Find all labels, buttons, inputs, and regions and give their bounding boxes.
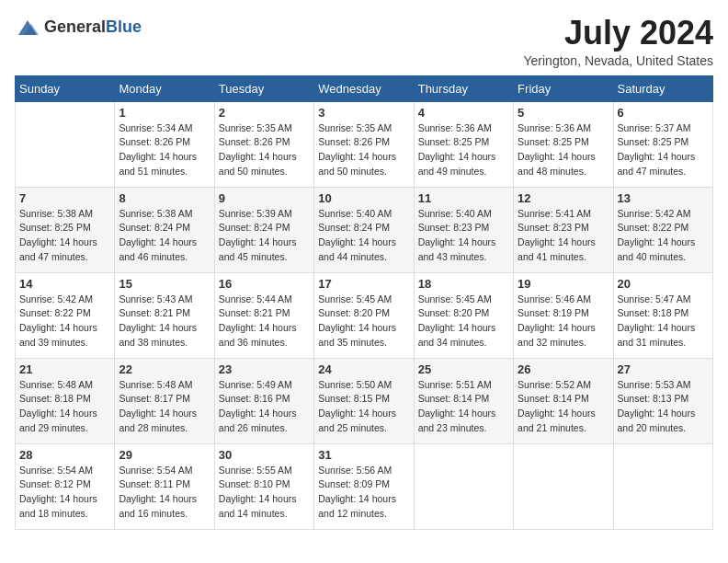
header-day-saturday: Saturday — [613, 75, 712, 101]
day-info: Sunrise: 5:52 AMSunset: 8:14 PMDaylight:… — [518, 378, 609, 436]
day-number: 29 — [119, 448, 210, 462]
day-info: Sunrise: 5:38 AMSunset: 8:24 PMDaylight:… — [119, 207, 210, 265]
header-day-tuesday: Tuesday — [214, 75, 313, 101]
day-info: Sunrise: 5:35 AMSunset: 8:26 PMDaylight:… — [318, 121, 409, 179]
day-number: 8 — [119, 191, 210, 205]
calendar-cell: 25Sunrise: 5:51 AMSunset: 8:14 PMDayligh… — [414, 358, 513, 443]
calendar-cell: 30Sunrise: 5:55 AMSunset: 8:10 PMDayligh… — [214, 443, 313, 529]
calendar-cell: 10Sunrise: 5:40 AMSunset: 8:24 PMDayligh… — [314, 187, 414, 272]
day-number: 31 — [318, 448, 409, 462]
header-day-thursday: Thursday — [414, 75, 513, 101]
calendar-cell: 11Sunrise: 5:40 AMSunset: 8:23 PMDayligh… — [414, 187, 513, 272]
day-info: Sunrise: 5:47 AMSunset: 8:18 PMDaylight:… — [618, 293, 709, 350]
day-info: Sunrise: 5:35 AMSunset: 8:26 PMDaylight:… — [219, 121, 310, 179]
calendar-week-row: 14Sunrise: 5:42 AMSunset: 8:22 PMDayligh… — [16, 272, 713, 358]
calendar-cell: 17Sunrise: 5:45 AMSunset: 8:20 PMDayligh… — [314, 272, 414, 358]
day-number: 19 — [518, 277, 609, 291]
calendar-cell: 4Sunrise: 5:36 AMSunset: 8:25 PMDaylight… — [414, 101, 513, 187]
day-info: Sunrise: 5:40 AMSunset: 8:23 PMDaylight:… — [418, 207, 509, 265]
day-info: Sunrise: 5:46 AMSunset: 8:19 PMDaylight:… — [518, 293, 609, 350]
day-info: Sunrise: 5:45 AMSunset: 8:20 PMDaylight:… — [418, 293, 509, 350]
day-info: Sunrise: 5:40 AMSunset: 8:24 PMDaylight:… — [318, 207, 409, 265]
day-number: 25 — [418, 362, 509, 376]
month-year-title: July 2024 — [523, 15, 713, 52]
logo-icon — [15, 15, 40, 40]
calendar-cell: 7Sunrise: 5:38 AMSunset: 8:25 PMDaylight… — [16, 187, 115, 272]
logo-lockup: GeneralBlue — [15, 15, 142, 40]
day-number: 30 — [219, 448, 310, 462]
calendar-week-row: 1Sunrise: 5:34 AMSunset: 8:26 PMDaylight… — [16, 101, 713, 187]
calendar-cell: 8Sunrise: 5:38 AMSunset: 8:24 PMDaylight… — [115, 187, 214, 272]
day-info: Sunrise: 5:51 AMSunset: 8:14 PMDaylight:… — [418, 378, 509, 436]
calendar-cell: 13Sunrise: 5:42 AMSunset: 8:22 PMDayligh… — [613, 187, 712, 272]
day-number: 22 — [119, 362, 210, 376]
calendar-cell: 23Sunrise: 5:49 AMSunset: 8:16 PMDayligh… — [214, 358, 313, 443]
calendar-cell: 22Sunrise: 5:48 AMSunset: 8:17 PMDayligh… — [115, 358, 214, 443]
day-number: 18 — [418, 277, 509, 291]
calendar-cell: 31Sunrise: 5:56 AMSunset: 8:09 PMDayligh… — [314, 443, 414, 529]
header-day-sunday: Sunday — [16, 75, 115, 101]
day-number: 5 — [518, 106, 609, 120]
day-number: 24 — [318, 362, 409, 376]
calendar-cell: 20Sunrise: 5:47 AMSunset: 8:18 PMDayligh… — [613, 272, 712, 358]
day-number: 4 — [418, 106, 509, 120]
day-info: Sunrise: 5:39 AMSunset: 8:24 PMDaylight:… — [219, 207, 310, 265]
calendar-cell: 19Sunrise: 5:46 AMSunset: 8:19 PMDayligh… — [514, 272, 613, 358]
day-info: Sunrise: 5:56 AMSunset: 8:09 PMDaylight:… — [318, 464, 409, 522]
header-day-friday: Friday — [514, 75, 613, 101]
day-number: 11 — [418, 191, 509, 205]
day-info: Sunrise: 5:36 AMSunset: 8:25 PMDaylight:… — [418, 121, 509, 179]
day-number: 7 — [19, 191, 110, 205]
day-number: 6 — [618, 106, 709, 120]
calendar-week-row: 7Sunrise: 5:38 AMSunset: 8:25 PMDaylight… — [16, 187, 713, 272]
day-info: Sunrise: 5:48 AMSunset: 8:18 PMDaylight:… — [19, 378, 110, 436]
calendar-cell: 21Sunrise: 5:48 AMSunset: 8:18 PMDayligh… — [16, 358, 115, 443]
day-info: Sunrise: 5:49 AMSunset: 8:16 PMDaylight:… — [219, 378, 310, 436]
day-info: Sunrise: 5:42 AMSunset: 8:22 PMDaylight:… — [19, 293, 110, 350]
day-number: 14 — [19, 277, 110, 291]
calendar-cell: 29Sunrise: 5:54 AMSunset: 8:11 PMDayligh… — [115, 443, 214, 529]
calendar-cell — [514, 443, 613, 529]
day-info: Sunrise: 5:36 AMSunset: 8:25 PMDaylight:… — [518, 121, 609, 179]
calendar-cell: 26Sunrise: 5:52 AMSunset: 8:14 PMDayligh… — [514, 358, 613, 443]
header-day-monday: Monday — [115, 75, 214, 101]
day-number: 17 — [318, 277, 409, 291]
day-info: Sunrise: 5:42 AMSunset: 8:22 PMDaylight:… — [618, 207, 709, 265]
day-info: Sunrise: 5:34 AMSunset: 8:26 PMDaylight:… — [119, 121, 210, 179]
header: GeneralBlue July 2024 Yerington, Nevada,… — [15, 15, 713, 68]
day-info: Sunrise: 5:55 AMSunset: 8:10 PMDaylight:… — [219, 464, 310, 522]
calendar-cell: 5Sunrise: 5:36 AMSunset: 8:25 PMDaylight… — [514, 101, 613, 187]
calendar-cell: 27Sunrise: 5:53 AMSunset: 8:13 PMDayligh… — [613, 358, 712, 443]
day-info: Sunrise: 5:53 AMSunset: 8:13 PMDaylight:… — [618, 378, 709, 436]
day-info: Sunrise: 5:44 AMSunset: 8:21 PMDaylight:… — [219, 293, 310, 350]
logo: GeneralBlue — [15, 15, 142, 40]
day-info: Sunrise: 5:37 AMSunset: 8:25 PMDaylight:… — [618, 121, 709, 179]
calendar-header-row: SundayMondayTuesdayWednesdayThursdayFrid… — [16, 75, 713, 101]
calendar-cell: 2Sunrise: 5:35 AMSunset: 8:26 PMDaylight… — [214, 101, 313, 187]
day-number: 2 — [219, 106, 310, 120]
day-info: Sunrise: 5:54 AMSunset: 8:11 PMDaylight:… — [119, 464, 210, 522]
day-number: 10 — [318, 191, 409, 205]
calendar-cell: 15Sunrise: 5:43 AMSunset: 8:21 PMDayligh… — [115, 272, 214, 358]
day-info: Sunrise: 5:54 AMSunset: 8:12 PMDaylight:… — [19, 464, 110, 522]
day-number: 12 — [518, 191, 609, 205]
calendar-cell: 24Sunrise: 5:50 AMSunset: 8:15 PMDayligh… — [314, 358, 414, 443]
title-area: July 2024 Yerington, Nevada, United Stat… — [523, 15, 713, 68]
calendar-cell: 1Sunrise: 5:34 AMSunset: 8:26 PMDaylight… — [115, 101, 214, 187]
day-number: 26 — [518, 362, 609, 376]
calendar-cell: 14Sunrise: 5:42 AMSunset: 8:22 PMDayligh… — [16, 272, 115, 358]
calendar-cell — [613, 443, 712, 529]
calendar-cell — [16, 101, 115, 187]
day-number: 3 — [318, 106, 409, 120]
calendar-cell: 16Sunrise: 5:44 AMSunset: 8:21 PMDayligh… — [214, 272, 313, 358]
day-info: Sunrise: 5:43 AMSunset: 8:21 PMDaylight:… — [119, 293, 210, 350]
day-number: 13 — [618, 191, 709, 205]
calendar-cell: 18Sunrise: 5:45 AMSunset: 8:20 PMDayligh… — [414, 272, 513, 358]
calendar-cell — [414, 443, 513, 529]
calendar-week-row: 28Sunrise: 5:54 AMSunset: 8:12 PMDayligh… — [16, 443, 713, 529]
day-info: Sunrise: 5:41 AMSunset: 8:23 PMDaylight:… — [518, 207, 609, 265]
day-number: 23 — [219, 362, 310, 376]
location-subtitle: Yerington, Nevada, United States — [523, 53, 713, 68]
calendar-cell: 12Sunrise: 5:41 AMSunset: 8:23 PMDayligh… — [514, 187, 613, 272]
day-number: 21 — [19, 362, 110, 376]
